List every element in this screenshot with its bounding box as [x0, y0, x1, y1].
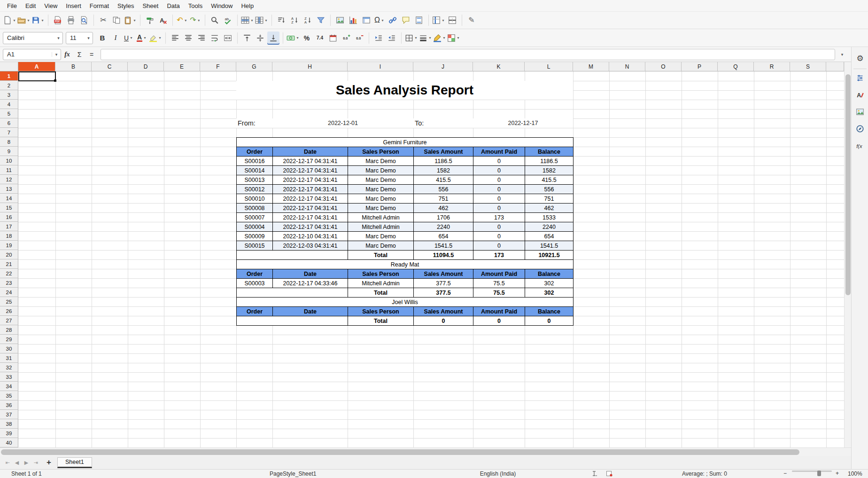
pivot-table-button[interactable] [360, 14, 372, 27]
row-header-14[interactable]: 14 [0, 194, 18, 203]
report-cell[interactable]: 0 [473, 222, 525, 232]
table-header-cell[interactable]: Sales Person [348, 147, 414, 157]
align-left-button[interactable] [169, 31, 181, 45]
column-header-K[interactable]: K [473, 62, 525, 71]
row-header-2[interactable]: 2 [0, 81, 18, 90]
column-header-B[interactable]: B [55, 62, 92, 71]
bold-button[interactable]: B [96, 31, 108, 45]
add-sheet-button[interactable]: + [43, 457, 54, 468]
table-header-cell[interactable]: Date [273, 307, 348, 316]
redo-button[interactable]: ↷▾ [189, 14, 202, 27]
save-dropdown-icon[interactable]: ▾ [40, 18, 45, 23]
last-sheet-icon[interactable]: ⇥ [31, 460, 40, 466]
column-header-D[interactable]: D [128, 62, 164, 71]
row-button[interactable]: ▾ [241, 14, 254, 27]
export-pdf-button[interactable]: PDF [52, 14, 64, 27]
report-cell[interactable]: Marc Demo [348, 194, 414, 204]
column-header-F[interactable]: F [200, 62, 236, 71]
page-style-status[interactable]: PageStyle_Sheet1 [270, 470, 316, 477]
report-cell[interactable]: Marc Demo [348, 166, 414, 175]
insert-image-button[interactable] [334, 14, 346, 27]
row-header-36[interactable]: 36 [0, 400, 18, 410]
total-value-cell[interactable]: 0 [525, 316, 574, 326]
row-header-13[interactable]: 13 [0, 184, 18, 194]
report-cell[interactable]: 377.5 [414, 279, 473, 288]
column-header-A[interactable]: A [18, 62, 55, 71]
report-cell[interactable]: 1186.5 [525, 157, 574, 166]
sort-button[interactable] [275, 14, 287, 27]
report-cell[interactable]: Marc Demo [348, 175, 414, 185]
borders-button[interactable]: ▾ [405, 31, 418, 45]
row-header-17[interactable]: 17 [0, 222, 18, 231]
freeze-panes-button[interactable]: ▾ [432, 14, 445, 27]
report-cell[interactable]: 1186.5 [414, 157, 473, 166]
border-style-button[interactable]: ▾ [419, 31, 432, 45]
align-vcenter-button[interactable] [254, 31, 266, 45]
zoom-slider-thumb[interactable] [817, 470, 821, 476]
sidebar-gallery-icon[interactable] [854, 106, 866, 118]
report-cell[interactable]: 2022-12-17 04:31:41 [273, 185, 348, 194]
font-color-dropdown-icon[interactable]: ▾ [143, 36, 147, 40]
report-cell[interactable]: 415.5 [414, 175, 473, 185]
merge-cells-button[interactable] [222, 31, 234, 45]
total-value-cell[interactable]: 10921.5 [525, 251, 574, 260]
split-window-button[interactable] [446, 14, 458, 27]
report-cell[interactable]: S00012 [237, 185, 273, 194]
function-wizard-button[interactable]: fx [61, 51, 73, 58]
report-cell[interactable]: 2240 [414, 222, 473, 232]
report-cell[interactable]: 654 [525, 232, 574, 241]
spreadsheet-grid[interactable]: Sales Analysis Report From: 2022-12-01 T… [0, 62, 844, 447]
report-cell[interactable]: Mitchell Admin [348, 213, 414, 222]
report-cell[interactable]: 556 [525, 185, 574, 194]
row-header-35[interactable]: 35 [0, 391, 18, 400]
highlight-color-dropdown-icon[interactable]: ▾ [158, 36, 162, 40]
report-cell[interactable]: 751 [414, 194, 473, 204]
vertical-scrollbar-thumb[interactable] [845, 74, 851, 295]
menu-tools[interactable]: Tools [184, 1, 207, 11]
comment-button[interactable] [400, 14, 412, 27]
company-name-cell[interactable]: Gemini Furniture [237, 138, 574, 147]
sort-ascending-button[interactable]: AZ [288, 14, 301, 27]
sidebar-settings-icon[interactable]: ⚙ [854, 53, 866, 64]
total-value-cell[interactable]: 302 [525, 288, 574, 298]
row-header-28[interactable]: 28 [0, 325, 18, 335]
delete-decimal-button[interactable]: 0.0 [353, 31, 365, 45]
row-header-8[interactable]: 8 [0, 137, 18, 147]
selection-mode-icon[interactable] [591, 470, 597, 478]
sidebar-functions-icon[interactable]: f(x [854, 140, 866, 151]
row-header-19[interactable]: 19 [0, 241, 18, 250]
report-cell[interactable]: 2022-12-17 04:31:41 [273, 213, 348, 222]
format-number-button[interactable]: 7.4 [314, 31, 326, 45]
row-header-39[interactable]: 39 [0, 429, 18, 438]
underline-button[interactable]: U▾ [123, 31, 135, 45]
report-cell[interactable]: 2240 [525, 222, 574, 232]
report-cell[interactable]: 1541.5 [525, 241, 574, 251]
open-button[interactable]: ▾ [17, 14, 31, 27]
row-header-5[interactable]: 5 [0, 109, 18, 118]
average-sum-status[interactable]: Average: ; Sum: 0 [667, 470, 742, 477]
insert-chart-button[interactable] [347, 14, 359, 27]
row-header-20[interactable]: 20 [0, 250, 18, 259]
report-cell[interactable]: 1706 [414, 213, 473, 222]
total-value-cell[interactable]: 173 [473, 251, 525, 260]
report-cell[interactable]: Marc Demo [348, 232, 414, 241]
cell-cursor[interactable] [18, 71, 56, 81]
draw-functions-button[interactable]: ✎ [465, 14, 478, 27]
find-replace-button[interactable] [209, 14, 221, 27]
column-header-L[interactable]: L [525, 62, 573, 71]
sidebar-properties-icon[interactable] [854, 72, 866, 84]
table-header-cell[interactable]: Balance [525, 269, 574, 279]
column-header-C[interactable]: C [92, 62, 128, 71]
row-header-10[interactable]: 10 [0, 156, 18, 165]
font-name-combo[interactable]: Calibri▾ [3, 32, 63, 44]
table-header-cell[interactable]: Sales Person [348, 307, 414, 316]
column-header-N[interactable]: N [609, 62, 645, 71]
font-color-button[interactable]: A▾ [136, 31, 148, 45]
row-header-7[interactable]: 7 [0, 128, 18, 137]
table-header-cell[interactable]: Amount Paid [473, 269, 525, 279]
undo-button[interactable]: ↶▾ [176, 14, 188, 27]
total-label-cell[interactable]: Total [348, 316, 414, 326]
report-cell[interactable]: S00004 [237, 222, 273, 232]
row-header-23[interactable]: 23 [0, 278, 18, 288]
report-cell[interactable]: 2022-12-17 04:33:46 [273, 279, 348, 288]
